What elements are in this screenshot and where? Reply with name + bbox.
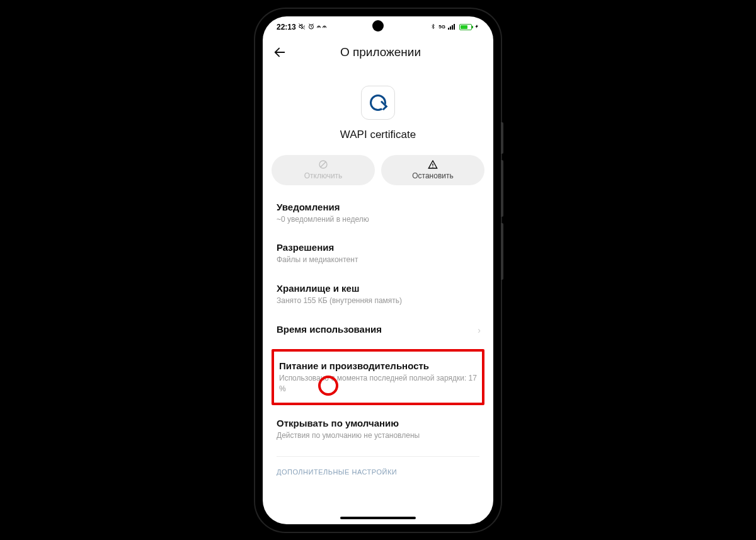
item-permissions[interactable]: Разрешения Файлы и медиаконтент	[272, 233, 484, 274]
app-name: WAPI certificate	[340, 129, 416, 141]
status-time: 22:13	[277, 23, 296, 32]
status-right: 5G	[430, 23, 479, 32]
item-battery-performance[interactable]: Питание и производительность Использован…	[274, 352, 482, 403]
status-left: 22:13 𝄐 𝄐	[277, 23, 326, 32]
section-label-additional: ДОПОЛНИТЕЛЬНЫЕ НАСТРОЙКИ	[272, 457, 484, 481]
phone-frame: 22:13 𝄐 𝄐 5G	[255, 9, 501, 532]
vv-icon: 𝄐	[317, 23, 321, 31]
disable-button: Отключить	[272, 155, 375, 185]
phone-screen: 22:13 𝄐 𝄐 5G	[263, 16, 493, 524]
side-button	[501, 223, 503, 280]
home-indicator[interactable]	[340, 517, 416, 519]
warning-icon	[428, 159, 438, 171]
item-title: Открывать по умолчанию	[277, 418, 479, 428]
vv2-icon: 𝄐	[323, 23, 326, 31]
bars-icon	[448, 23, 457, 31]
back-button[interactable]	[273, 45, 287, 59]
item-title: Время использования	[277, 324, 479, 335]
header: О приложении	[263, 38, 493, 71]
svg-rect-4	[452, 25, 453, 30]
bolt-icon	[474, 23, 479, 32]
annotation-highlight-box: Питание и производительность Использован…	[272, 349, 484, 406]
svg-point-9	[432, 166, 433, 167]
chevron-right-icon: ›	[478, 325, 481, 335]
item-open-by-default[interactable]: Открывать по умолчанию Действия по умолч…	[272, 409, 484, 450]
side-button	[501, 160, 503, 217]
svg-rect-2	[448, 28, 449, 30]
stop-label: Остановить	[412, 171, 454, 180]
signal-icon: 5G	[438, 24, 445, 30]
alarm-icon	[307, 23, 315, 32]
stop-button[interactable]: Остановить	[381, 155, 484, 185]
item-sub: Использовано с момента последней полной …	[279, 373, 477, 394]
camera-notch	[372, 20, 384, 32]
battery-icon	[459, 24, 472, 30]
item-sub: Файлы и медиаконтент	[277, 255, 479, 265]
page-title: О приложении	[304, 45, 457, 59]
svg-line-7	[321, 162, 326, 167]
svg-rect-5	[454, 24, 455, 30]
item-title: Питание и производительность	[279, 360, 477, 371]
disable-label: Отключить	[304, 171, 343, 180]
item-sub: Действия по умолчанию не установлены	[277, 430, 479, 441]
item-notifications[interactable]: Уведомления ~0 уведомлений в неделю	[272, 193, 484, 234]
item-title: Хранилище и кеш	[277, 283, 479, 294]
item-sub: Занято 155 КБ (внутренняя память)	[277, 296, 479, 306]
action-row: Отключить Остановить	[263, 150, 493, 193]
svg-rect-3	[450, 26, 451, 30]
bt-icon	[430, 23, 436, 32]
item-screen-time[interactable]: Время использования ›	[272, 315, 484, 345]
settings-list: Уведомления ~0 уведомлений в неделю Разр…	[263, 193, 493, 524]
item-title: Уведомления	[277, 202, 479, 212]
side-button	[501, 122, 503, 154]
item-sub: ~0 уведомлений в неделю	[277, 214, 479, 225]
app-icon	[361, 86, 395, 120]
app-section: WAPI certificate	[263, 71, 493, 150]
item-title: Разрешения	[277, 242, 479, 253]
disable-icon	[318, 159, 328, 171]
mute-icon	[298, 23, 306, 32]
item-storage[interactable]: Хранилище и кеш Занято 155 КБ (внутрення…	[272, 274, 484, 315]
